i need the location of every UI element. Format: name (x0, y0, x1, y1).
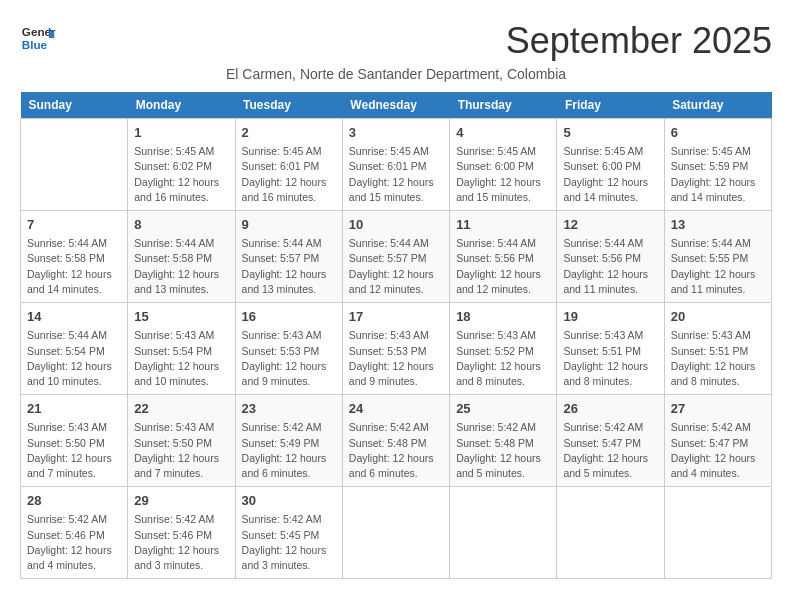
calendar-cell: 24Sunrise: 5:42 AM Sunset: 5:48 PM Dayli… (342, 395, 449, 487)
day-number: 20 (671, 308, 765, 326)
svg-text:Blue: Blue (22, 38, 48, 51)
day-number: 24 (349, 400, 443, 418)
month-title: September 2025 (506, 20, 772, 62)
calendar-cell: 14Sunrise: 5:44 AM Sunset: 5:54 PM Dayli… (21, 303, 128, 395)
day-info: Sunrise: 5:45 AM Sunset: 5:59 PM Dayligh… (671, 144, 765, 205)
day-number: 8 (134, 216, 228, 234)
day-info: Sunrise: 5:44 AM Sunset: 5:58 PM Dayligh… (27, 236, 121, 297)
day-header-tuesday: Tuesday (235, 92, 342, 119)
day-number: 21 (27, 400, 121, 418)
day-info: Sunrise: 5:42 AM Sunset: 5:49 PM Dayligh… (242, 420, 336, 481)
day-number: 7 (27, 216, 121, 234)
calendar-cell (342, 487, 449, 579)
day-number: 15 (134, 308, 228, 326)
day-info: Sunrise: 5:43 AM Sunset: 5:50 PM Dayligh… (27, 420, 121, 481)
day-number: 5 (563, 124, 657, 142)
day-info: Sunrise: 5:42 AM Sunset: 5:46 PM Dayligh… (134, 512, 228, 573)
calendar-cell: 10Sunrise: 5:44 AM Sunset: 5:57 PM Dayli… (342, 211, 449, 303)
day-info: Sunrise: 5:42 AM Sunset: 5:48 PM Dayligh… (456, 420, 550, 481)
week-row-5: 28Sunrise: 5:42 AM Sunset: 5:46 PM Dayli… (21, 487, 772, 579)
day-info: Sunrise: 5:45 AM Sunset: 6:02 PM Dayligh… (134, 144, 228, 205)
calendar-body: 1Sunrise: 5:45 AM Sunset: 6:02 PM Daylig… (21, 119, 772, 579)
calendar-cell: 16Sunrise: 5:43 AM Sunset: 5:53 PM Dayli… (235, 303, 342, 395)
calendar-cell: 3Sunrise: 5:45 AM Sunset: 6:01 PM Daylig… (342, 119, 449, 211)
calendar-cell: 26Sunrise: 5:42 AM Sunset: 5:47 PM Dayli… (557, 395, 664, 487)
day-number: 6 (671, 124, 765, 142)
day-info: Sunrise: 5:43 AM Sunset: 5:51 PM Dayligh… (563, 328, 657, 389)
calendar-cell: 1Sunrise: 5:45 AM Sunset: 6:02 PM Daylig… (128, 119, 235, 211)
day-number: 18 (456, 308, 550, 326)
day-number: 16 (242, 308, 336, 326)
subtitle: El Carmen, Norte de Santander Department… (20, 66, 772, 82)
calendar-cell: 17Sunrise: 5:43 AM Sunset: 5:53 PM Dayli… (342, 303, 449, 395)
calendar-cell: 6Sunrise: 5:45 AM Sunset: 5:59 PM Daylig… (664, 119, 771, 211)
day-info: Sunrise: 5:42 AM Sunset: 5:46 PM Dayligh… (27, 512, 121, 573)
calendar-cell: 27Sunrise: 5:42 AM Sunset: 5:47 PM Dayli… (664, 395, 771, 487)
day-number: 14 (27, 308, 121, 326)
calendar-cell (450, 487, 557, 579)
week-row-4: 21Sunrise: 5:43 AM Sunset: 5:50 PM Dayli… (21, 395, 772, 487)
day-number: 2 (242, 124, 336, 142)
calendar-cell: 18Sunrise: 5:43 AM Sunset: 5:52 PM Dayli… (450, 303, 557, 395)
day-header-wednesday: Wednesday (342, 92, 449, 119)
day-number: 26 (563, 400, 657, 418)
day-number: 27 (671, 400, 765, 418)
day-number: 13 (671, 216, 765, 234)
day-info: Sunrise: 5:43 AM Sunset: 5:53 PM Dayligh… (242, 328, 336, 389)
day-number: 4 (456, 124, 550, 142)
day-info: Sunrise: 5:44 AM Sunset: 5:58 PM Dayligh… (134, 236, 228, 297)
day-info: Sunrise: 5:44 AM Sunset: 5:54 PM Dayligh… (27, 328, 121, 389)
day-number: 1 (134, 124, 228, 142)
calendar-cell: 13Sunrise: 5:44 AM Sunset: 5:55 PM Dayli… (664, 211, 771, 303)
logo: General Blue (20, 20, 56, 56)
day-info: Sunrise: 5:44 AM Sunset: 5:56 PM Dayligh… (456, 236, 550, 297)
calendar-cell: 21Sunrise: 5:43 AM Sunset: 5:50 PM Dayli… (21, 395, 128, 487)
calendar-cell: 28Sunrise: 5:42 AM Sunset: 5:46 PM Dayli… (21, 487, 128, 579)
calendar-cell: 20Sunrise: 5:43 AM Sunset: 5:51 PM Dayli… (664, 303, 771, 395)
calendar-table: SundayMondayTuesdayWednesdayThursdayFrid… (20, 92, 772, 579)
day-header-sunday: Sunday (21, 92, 128, 119)
calendar-header-row: SundayMondayTuesdayWednesdayThursdayFrid… (21, 92, 772, 119)
week-row-1: 1Sunrise: 5:45 AM Sunset: 6:02 PM Daylig… (21, 119, 772, 211)
day-info: Sunrise: 5:44 AM Sunset: 5:56 PM Dayligh… (563, 236, 657, 297)
page-header: General Blue September 2025 (20, 20, 772, 62)
calendar-cell: 9Sunrise: 5:44 AM Sunset: 5:57 PM Daylig… (235, 211, 342, 303)
calendar-cell (21, 119, 128, 211)
day-info: Sunrise: 5:42 AM Sunset: 5:48 PM Dayligh… (349, 420, 443, 481)
day-header-thursday: Thursday (450, 92, 557, 119)
day-number: 30 (242, 492, 336, 510)
day-number: 17 (349, 308, 443, 326)
day-number: 28 (27, 492, 121, 510)
calendar-cell: 23Sunrise: 5:42 AM Sunset: 5:49 PM Dayli… (235, 395, 342, 487)
day-number: 25 (456, 400, 550, 418)
day-info: Sunrise: 5:45 AM Sunset: 6:01 PM Dayligh… (349, 144, 443, 205)
calendar-cell: 12Sunrise: 5:44 AM Sunset: 5:56 PM Dayli… (557, 211, 664, 303)
day-number: 3 (349, 124, 443, 142)
calendar-cell: 8Sunrise: 5:44 AM Sunset: 5:58 PM Daylig… (128, 211, 235, 303)
calendar-cell: 11Sunrise: 5:44 AM Sunset: 5:56 PM Dayli… (450, 211, 557, 303)
logo-icon: General Blue (20, 20, 56, 56)
svg-marker-3 (49, 33, 54, 38)
day-info: Sunrise: 5:43 AM Sunset: 5:53 PM Dayligh… (349, 328, 443, 389)
day-number: 10 (349, 216, 443, 234)
calendar-cell: 30Sunrise: 5:42 AM Sunset: 5:45 PM Dayli… (235, 487, 342, 579)
day-info: Sunrise: 5:43 AM Sunset: 5:50 PM Dayligh… (134, 420, 228, 481)
calendar-cell: 29Sunrise: 5:42 AM Sunset: 5:46 PM Dayli… (128, 487, 235, 579)
day-header-monday: Monday (128, 92, 235, 119)
day-number: 19 (563, 308, 657, 326)
day-info: Sunrise: 5:45 AM Sunset: 6:00 PM Dayligh… (456, 144, 550, 205)
day-info: Sunrise: 5:42 AM Sunset: 5:47 PM Dayligh… (563, 420, 657, 481)
day-info: Sunrise: 5:45 AM Sunset: 6:01 PM Dayligh… (242, 144, 336, 205)
calendar-cell: 7Sunrise: 5:44 AM Sunset: 5:58 PM Daylig… (21, 211, 128, 303)
day-number: 12 (563, 216, 657, 234)
day-number: 29 (134, 492, 228, 510)
day-number: 11 (456, 216, 550, 234)
day-info: Sunrise: 5:42 AM Sunset: 5:45 PM Dayligh… (242, 512, 336, 573)
day-info: Sunrise: 5:43 AM Sunset: 5:52 PM Dayligh… (456, 328, 550, 389)
day-info: Sunrise: 5:44 AM Sunset: 5:57 PM Dayligh… (349, 236, 443, 297)
day-info: Sunrise: 5:44 AM Sunset: 5:55 PM Dayligh… (671, 236, 765, 297)
calendar-cell: 22Sunrise: 5:43 AM Sunset: 5:50 PM Dayli… (128, 395, 235, 487)
calendar-cell: 5Sunrise: 5:45 AM Sunset: 6:00 PM Daylig… (557, 119, 664, 211)
day-info: Sunrise: 5:43 AM Sunset: 5:51 PM Dayligh… (671, 328, 765, 389)
calendar-cell: 19Sunrise: 5:43 AM Sunset: 5:51 PM Dayli… (557, 303, 664, 395)
